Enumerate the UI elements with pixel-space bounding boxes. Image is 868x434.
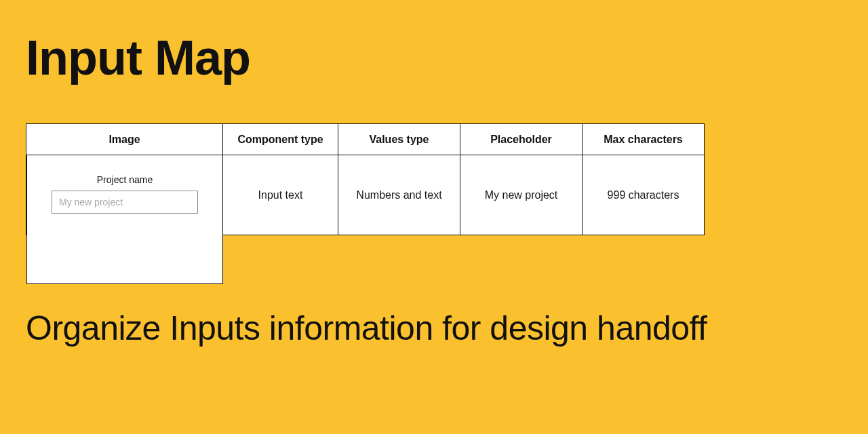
page-subtitle: Organize Inputs information for design h… [26, 307, 707, 351]
spec-table: Image Component type Values type Placeho… [26, 123, 705, 235]
spec-table-container: Image Component type Values type Placeho… [26, 123, 705, 235]
cell-values-type: Numbers and text [338, 155, 460, 235]
table-row: Project name Input text Numbers and text… [26, 155, 705, 235]
cell-max-characters: 999 characters [583, 155, 705, 235]
header-max-characters: Max characters [583, 124, 705, 155]
header-values-type: Values type [338, 124, 460, 155]
cell-placeholder: My new project [460, 155, 583, 235]
input-preview-label: Project name [43, 174, 206, 185]
cell-component-type: Input text [223, 155, 338, 235]
cell-image-preview: Project name [26, 155, 223, 235]
project-name-input[interactable] [52, 191, 198, 214]
input-preview-card: Project name [26, 155, 223, 284]
header-image: Image [26, 124, 223, 155]
header-component-type: Component type [223, 124, 338, 155]
page-title: Input Map [26, 30, 250, 85]
header-placeholder: Placeholder [460, 124, 583, 155]
table-header-row: Image Component type Values type Placeho… [26, 124, 705, 155]
